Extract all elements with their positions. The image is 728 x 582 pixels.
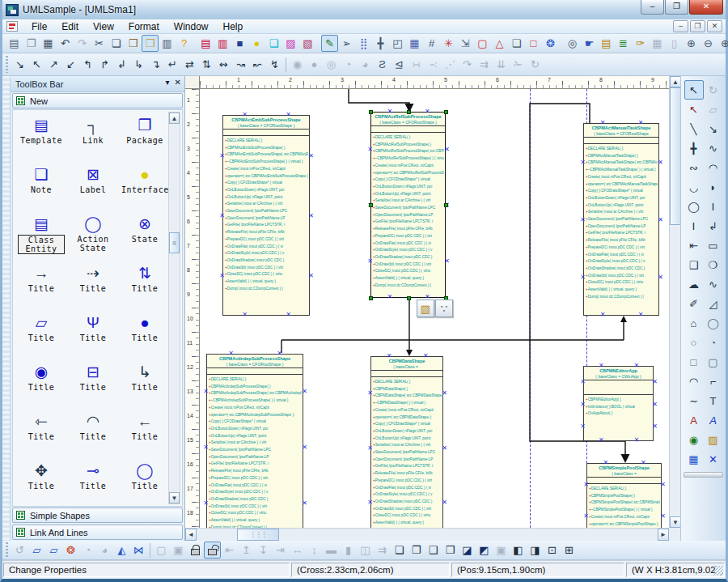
rotate-tool-button[interactable]: ↻	[704, 80, 723, 100]
closed-curve-tool-button[interactable]: ◗	[704, 177, 723, 197]
toolbox-item-label[interactable]: ⊠Label	[70, 164, 116, 194]
restore-button[interactable]: ❐	[665, 0, 688, 15]
uml-class-emb-sub-process[interactable]: CBPMActEmbSubProcessShape( baseClass = C…	[222, 115, 310, 316]
nudge-up-button[interactable]: ⊡	[544, 542, 561, 559]
same-width-button[interactable]: ▬	[323, 542, 340, 559]
undo-button[interactable]: ↶	[57, 35, 74, 52]
connector-wave-back-button[interactable]: ↜	[249, 55, 266, 74]
rect-node-tool-button[interactable]: ▭	[704, 236, 723, 255]
reverse-curve-button[interactable]: Ƨ	[374, 55, 391, 74]
selection-handle[interactable]	[369, 296, 373, 300]
connector-double-h-button[interactable]: ⇄	[181, 55, 198, 74]
layout-options-button[interactable]: ∵	[435, 299, 453, 317]
toolbar-gripper[interactable]	[684, 472, 723, 478]
align-left-button[interactable]: ⇤	[221, 542, 238, 559]
toolbox-item-open-arrow[interactable]: ⇽Title	[18, 411, 65, 441]
connector-wave-button[interactable]: ↝	[232, 55, 249, 74]
select-cursor-button[interactable]: ↖	[684, 80, 704, 100]
scroll-right-icon[interactable]: ►	[658, 529, 669, 541]
marquee-red-button[interactable]: ▢	[474, 35, 491, 52]
bend-arrow-tool-button[interactable]: ↲	[704, 216, 723, 236]
shape-union-button[interactable]: ◉	[289, 55, 306, 74]
corner-select-button[interactable]: ◰	[389, 35, 406, 52]
toolbox-item-package[interactable]: ❐Package	[121, 115, 168, 145]
select-object-button[interactable]: ❏	[508, 35, 525, 52]
lasso-select-button[interactable]: ⇲	[457, 35, 474, 52]
cloud-tool-button[interactable]: ☁	[684, 274, 704, 294]
reselect-frame-button[interactable]: ▢	[153, 542, 170, 559]
table-tool-button[interactable]: ▦	[684, 449, 704, 469]
scribble-tool-button[interactable]: ∿	[704, 274, 723, 294]
add-node-button[interactable]: ∺	[408, 55, 425, 74]
width-handle-tool-button[interactable]: Ⅰ	[704, 197, 723, 216]
diagram-canvas[interactable]: CBPMActEmbSubProcessShape( baseClass = C…	[200, 89, 669, 528]
nudge-right-button[interactable]: ◨	[527, 542, 544, 559]
save-button[interactable]: ▦	[40, 35, 57, 52]
toolbox-item-filled-circle[interactable]: ●Title	[121, 312, 168, 342]
close-button[interactable]: ✕	[689, 0, 723, 15]
menu-edit[interactable]: Edit	[54, 20, 86, 33]
canvas-vertical-scrollbar[interactable]: ▲ ▼	[669, 76, 680, 528]
scroll-up-icon[interactable]: ▲	[670, 76, 681, 87]
mdi-restore-button[interactable]: ❐	[690, 20, 705, 32]
uml-class-editor-app[interactable]: CBPMNEditorApp( baseClass = CWinApp )+CB…	[583, 366, 654, 441]
polyline-tool-button[interactable]: ∾	[684, 158, 704, 177]
snap-red-button[interactable]: ✳	[440, 35, 457, 52]
toolbar-grip[interactable]	[4, 56, 10, 74]
chart-colors-button[interactable]: ▧	[299, 35, 316, 52]
connector-corner-down-button[interactable]: ↲	[113, 55, 130, 74]
scroll-thumb[interactable]	[237, 529, 279, 541]
space-vertical-button[interactable]: ⇊	[493, 55, 510, 74]
style-picker-button[interactable]: ▧	[417, 299, 434, 317]
same-height-button[interactable]: ▮	[340, 542, 357, 559]
measure-tool-button[interactable]: ⇤	[684, 236, 704, 255]
zoom-custom-button[interactable]: ⊕	[717, 35, 728, 52]
layers-button[interactable]: ≣	[615, 35, 632, 52]
zoom-region-button[interactable]: ◎	[564, 35, 581, 52]
uml-class-ref-sub-process[interactable]: CBPMActRefSubProcessShape( baseClass = C…	[370, 112, 446, 298]
window-style-button[interactable]: ❒	[142, 35, 159, 52]
toolbox-item-state[interactable]: ⊗State	[121, 214, 168, 244]
page-cyan-button[interactable]: ❏	[265, 35, 282, 52]
span-button[interactable]: ▯	[666, 35, 683, 52]
toolbox-item-dashed-arrow[interactable]: ⇢Title	[70, 263, 116, 293]
rotate-free-button[interactable]: ↺	[11, 542, 28, 559]
shape-combine-button[interactable]: ●	[306, 55, 323, 74]
bring-forward-button[interactable]: ❑	[425, 542, 442, 559]
polygon-tool-button[interactable]: ⌂	[684, 313, 704, 333]
align-top-button[interactable]: ↥	[238, 542, 255, 559]
menu-format[interactable]: Format	[121, 20, 167, 33]
draw-tool-button[interactable]: ✎	[321, 35, 338, 52]
scroll-down-icon[interactable]: ▼	[670, 516, 681, 528]
wave-tool-button[interactable]: ∼	[684, 391, 704, 410]
reselect-frame-2-button[interactable]: ▣	[170, 542, 187, 559]
toolbox-item-component[interactable]: ⊟Title	[70, 362, 116, 392]
lock-button[interactable]	[187, 542, 204, 559]
mdi-minimize-button[interactable]: –	[673, 20, 688, 32]
paste-button[interactable]: ❒	[125, 35, 142, 52]
rotate-left-90-button[interactable]: ◔	[79, 542, 96, 559]
scroll-up-icon[interactable]: ▲	[169, 113, 180, 124]
toolbox-section-link-and-lines[interactable]: Link And Lines	[12, 525, 183, 540]
cross-tool-button[interactable]: ╋	[684, 138, 704, 158]
node-select-button[interactable]: ↖	[684, 100, 704, 119]
zoom-out-button[interactable]: ⊖	[700, 35, 717, 52]
uml-class-simple-pool[interactable]: CBPMSimplePoolShape( baseClass = +DECLAR…	[586, 463, 662, 528]
toolbox-item-final-state[interactable]: ◉Title	[18, 362, 65, 392]
triangle-red-button[interactable]: △	[491, 35, 508, 52]
space-horizontal-button[interactable]: ⇉	[476, 55, 493, 74]
new-document-button[interactable]: ▤	[6, 35, 23, 52]
delete-node-button[interactable]: ∹	[425, 55, 442, 74]
toolbox-header[interactable]: ToolBox Bar ▾ ✕	[11, 76, 184, 92]
grid-frame-button[interactable]: ▦	[406, 35, 423, 52]
callout-rect-tool-button[interactable]: ❑	[684, 255, 704, 274]
toolbox-resize-edge[interactable]	[2, 76, 11, 541]
group-shapes-button[interactable]: ▣	[493, 542, 510, 559]
nudge-left-button[interactable]: ◧	[510, 542, 527, 559]
arc-node-tool-button[interactable]: ◠	[704, 158, 723, 177]
menu-help[interactable]: Help	[216, 20, 251, 33]
connector-step-button[interactable]: ↳	[130, 55, 147, 74]
pan-hand-button[interactable]: ☛	[581, 35, 598, 52]
line-tool-button[interactable]: ╲	[684, 119, 704, 138]
resize-grip[interactable]	[713, 566, 723, 576]
